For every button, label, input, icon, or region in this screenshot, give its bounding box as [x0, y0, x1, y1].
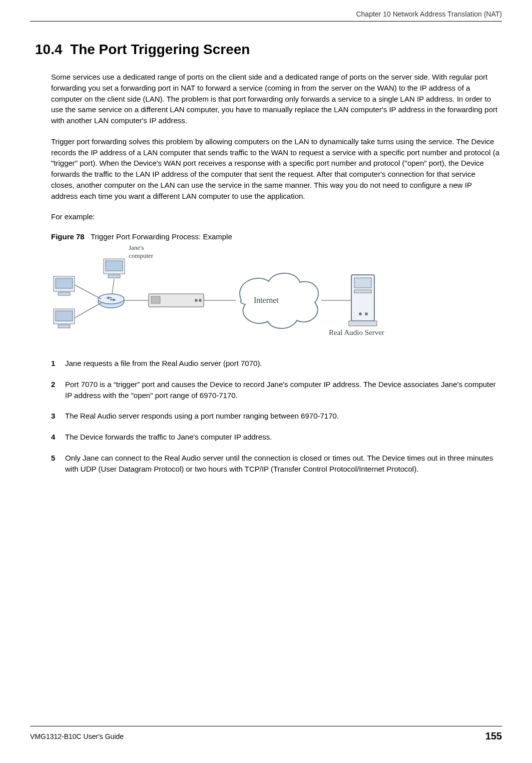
internet-label: Internet: [254, 296, 279, 304]
list-number: 5: [51, 453, 65, 475]
jane-label-2: computer: [129, 252, 154, 259]
svg-rect-1: [56, 278, 73, 288]
svg-line-14: [75, 303, 101, 318]
svg-rect-7: [106, 261, 123, 271]
svg-rect-26: [354, 290, 371, 293]
jane-label-1: Jane's: [129, 244, 144, 251]
svg-line-13: [75, 285, 101, 299]
svg-rect-25: [354, 278, 371, 288]
server-icon: [349, 275, 377, 326]
lan-computer-icon: [54, 276, 75, 295]
svg-rect-2: [58, 292, 70, 295]
list-item: 5 Only Jane can connect to the Real Audi…: [51, 453, 500, 475]
svg-text:computer: computer: [129, 252, 154, 259]
list-text: Only Jane can connect to the Real Audio …: [65, 453, 500, 475]
list-text: Port 7070 is a “trigger” port and causes…: [65, 379, 500, 401]
footer-page-number: 155: [485, 730, 502, 742]
router-icon: [98, 294, 124, 308]
footer-guide: VMG1312-B10C User's Guide: [30, 732, 124, 740]
list-number: 3: [51, 411, 65, 422]
internet-cloud-icon: [240, 273, 318, 328]
list-text: The Device forwards the traffic to Jane'…: [65, 432, 500, 443]
paragraph-2: Trigger port forwarding solves this prob…: [51, 136, 500, 202]
page-footer: VMG1312-B10C User's Guide 155: [30, 726, 502, 742]
list-number: 2: [51, 379, 65, 401]
figure-caption-text: Trigger Port Forwarding Process: Example: [91, 232, 232, 241]
svg-rect-8: [108, 275, 120, 278]
server-label: Real Audio Server: [329, 328, 384, 336]
svg-rect-4: [56, 311, 73, 321]
figure-diagram: Jane's computer: [51, 244, 500, 339]
list-item: 4 The Device forwards the traffic to Jan…: [51, 432, 500, 443]
svg-point-28: [365, 312, 368, 315]
list-number: 1: [51, 358, 65, 369]
svg-rect-17: [151, 296, 160, 303]
svg-point-18: [195, 299, 198, 302]
list-text: The Real Audio server responds using a p…: [65, 411, 500, 422]
svg-rect-5: [58, 325, 70, 328]
jane-computer-icon: [104, 259, 125, 278]
list-item: 1 Jane requests a file from the Real Aud…: [51, 358, 500, 369]
paragraph-1: Some services use a dedicated range of p…: [51, 72, 500, 126]
list-text: Jane requests a file from the Real Audio…: [65, 358, 500, 369]
svg-text:Real Audio Server: Real Audio Server: [329, 328, 384, 336]
main-content: Some services use a dedicated range of p…: [51, 72, 500, 474]
svg-text:Internet: Internet: [254, 296, 279, 304]
paragraph-3: For example:: [51, 211, 500, 222]
list-item: 3 The Real Audio server responds using a…: [51, 411, 500, 422]
list-number: 4: [51, 432, 65, 443]
svg-point-27: [359, 312, 362, 315]
svg-point-19: [199, 299, 202, 302]
svg-rect-29: [349, 321, 377, 326]
figure-label: Figure 78: [51, 232, 85, 241]
svg-line-15: [112, 279, 114, 294]
device-icon: [149, 294, 204, 307]
svg-text:Jane's: Jane's: [129, 244, 144, 251]
numbered-list: 1 Jane requests a file from the Real Aud…: [51, 358, 500, 474]
svg-point-12: [98, 294, 124, 304]
list-item: 2 Port 7070 is a “trigger” port and caus…: [51, 379, 500, 401]
lan-computer-icon: [54, 309, 75, 328]
section-title: The Port Triggering Screen: [70, 42, 250, 57]
section-heading: 10.4 The Port Triggering Screen: [35, 42, 502, 58]
section-number: 10.4: [35, 42, 63, 57]
figure-caption: Figure 78 Trigger Port Forwarding Proces…: [51, 232, 500, 241]
chapter-header: Chapter 10 Network Address Translation (…: [30, 10, 502, 22]
